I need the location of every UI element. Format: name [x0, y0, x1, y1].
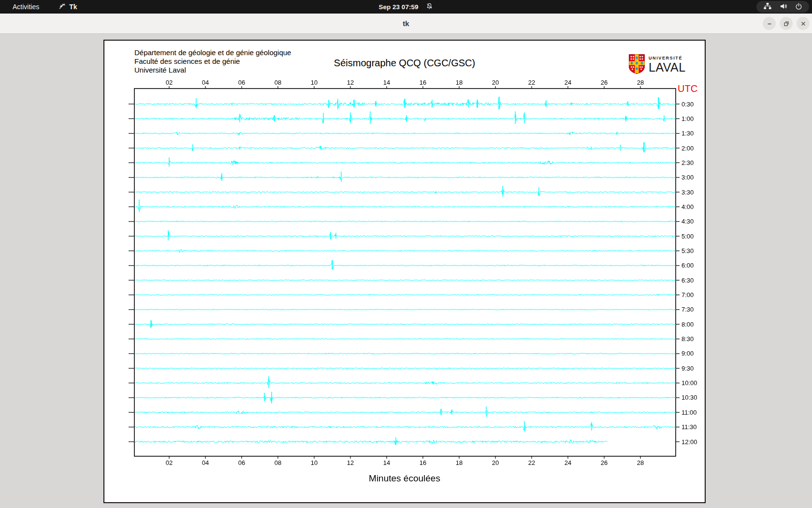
- close-button[interactable]: [797, 17, 810, 30]
- volume-icon: [780, 2, 787, 12]
- activities-button[interactable]: Activities: [9, 2, 43, 12]
- minimize-icon: [766, 20, 773, 27]
- window-title: tk: [0, 14, 812, 34]
- desktop: Activities Tk Sep 23 07:59: [0, 0, 812, 508]
- clock-label[interactable]: Sep 23 07:59: [379, 3, 419, 11]
- window-titlebar[interactable]: tk: [0, 14, 812, 34]
- tk-icon: [58, 2, 66, 11]
- network-icon: [763, 2, 772, 12]
- seismograph-panel: Département de géologie et de génie géol…: [103, 40, 706, 503]
- x-axis-label: Minutes écoulées: [104, 473, 705, 484]
- maximize-icon: [783, 20, 790, 27]
- maximize-button[interactable]: [780, 17, 793, 30]
- tk-app-indicator[interactable]: Tk: [58, 2, 77, 11]
- app-label: Tk: [69, 3, 77, 11]
- minimize-button[interactable]: [763, 17, 776, 30]
- system-tray[interactable]: [756, 1, 809, 13]
- top-bar: Activities Tk Sep 23 07:59: [0, 0, 812, 14]
- seismograph-plot: [104, 41, 705, 502]
- close-icon: [800, 20, 807, 27]
- notifications-disabled-icon: [426, 2, 433, 11]
- power-icon: [795, 2, 802, 12]
